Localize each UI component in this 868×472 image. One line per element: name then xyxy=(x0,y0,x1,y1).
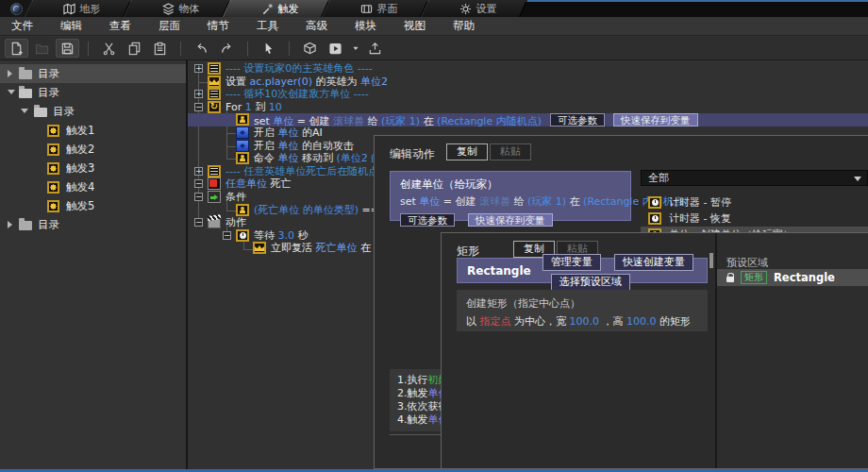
redo xyxy=(220,42,234,56)
menu-item-工具[interactable]: 工具 xyxy=(257,19,278,33)
upload-button[interactable] xyxy=(363,39,387,58)
manage-variables-button[interactable]: 管理变量 xyxy=(542,254,601,271)
collapse-icon[interactable]: − xyxy=(194,218,203,227)
variable-row[interactable]: Rectangle 管理变量 快速创建变量 选择预设区域 xyxy=(457,258,708,283)
collapse-icon[interactable]: − xyxy=(223,231,231,240)
description-title: 创建矩形（指定中心点） xyxy=(466,296,698,311)
action-code-line: set 单位 = 创建 滚球兽 给 (玩家 1) 在 (Rectangle 内随… xyxy=(400,194,621,209)
toolbar xyxy=(0,37,868,60)
action-filter-dropdown[interactable]: 全部 xyxy=(641,170,868,186)
tab-界面[interactable]: 界面 xyxy=(329,0,428,17)
collapse-icon[interactable]: − xyxy=(194,103,203,111)
menu-item-情节[interactable]: 情节 xyxy=(208,19,229,33)
new-file-button[interactable] xyxy=(5,39,28,58)
selected-action-panel[interactable]: 创建单位（给玩家） set 单位 = 创建 滚球兽 给 (玩家 1) 在 (Re… xyxy=(390,171,631,221)
action-list-item[interactable]: 计时器 - 暂停 xyxy=(641,194,868,211)
save-button[interactable] xyxy=(56,39,79,58)
menu-item-查看[interactable]: 查看 xyxy=(109,19,131,33)
undo-button[interactable] xyxy=(190,39,213,58)
optional-params-button[interactable]: 可选参数 xyxy=(400,213,455,227)
sidebar-folder-item[interactable]: 目录 xyxy=(0,102,186,121)
tree-row-text: For 1 到 10 xyxy=(225,101,282,114)
tab-地形[interactable]: 地形 xyxy=(32,0,131,17)
variable-name: Rectangle xyxy=(467,264,531,278)
wait-icon xyxy=(236,229,249,242)
paste-button[interactable]: 粘贴 xyxy=(490,143,531,160)
sidebar-folder-item[interactable]: 目录 xyxy=(0,215,186,234)
sidebar-item-label: 目录 xyxy=(38,67,59,81)
person-icon xyxy=(236,113,249,126)
tree-row[interactable]: +---- 循环10次创建敌方单位 ---- xyxy=(188,88,868,101)
tree-row[interactable]: −For 1 到 10 xyxy=(188,101,868,114)
preset-region-row[interactable]: 矩形 Rectangle xyxy=(717,269,868,286)
panel-divider[interactable] xyxy=(186,60,188,469)
tree-row-text: 开启 单位 的AI xyxy=(254,126,323,140)
caret-down-button[interactable] xyxy=(349,39,361,58)
tab-bar: 地形物体触发界面设置 xyxy=(0,0,868,17)
upload xyxy=(368,42,382,56)
expand-icon[interactable]: + xyxy=(194,90,203,98)
tree-row[interactable]: +---- 设置玩家0的主英雄角色 ---- xyxy=(188,62,868,76)
cut-button[interactable] xyxy=(97,39,121,58)
timer-icon xyxy=(648,196,661,209)
toolbar-separator xyxy=(289,42,290,56)
save xyxy=(60,42,75,56)
copy-button[interactable]: 复制 xyxy=(446,143,488,160)
ai-icon xyxy=(236,126,249,139)
sidebar-folder-item[interactable]: 目录 xyxy=(0,64,186,83)
redo-button[interactable] xyxy=(215,39,239,58)
tree-row[interactable]: 设置 ac.player(0) 的英雄为 单位2 xyxy=(188,76,868,89)
terrain-icon xyxy=(63,3,75,15)
folder-icon xyxy=(34,108,47,117)
action-list-item[interactable]: 计时器 - 恢复 xyxy=(641,211,868,227)
tab-触发[interactable]: 触发 xyxy=(230,0,329,17)
open-folder-button[interactable] xyxy=(30,39,54,58)
copy-button[interactable] xyxy=(123,39,146,58)
action-list-label: 计时器 - 暂停 xyxy=(669,195,731,210)
sidebar-trigger-item[interactable]: 触发4 xyxy=(0,177,186,196)
collapse-icon[interactable]: − xyxy=(194,179,203,188)
sidebar-trigger-item[interactable]: 触发1 xyxy=(0,121,186,140)
scrollbar-thumb[interactable] xyxy=(709,253,713,268)
quick-create-variable-button[interactable]: 快速创建变量 xyxy=(614,254,693,271)
menu-item-帮助[interactable]: 帮助 xyxy=(453,19,475,33)
sidebar-trigger-item[interactable]: 触发3 xyxy=(0,159,186,177)
menu-item-模块[interactable]: 模块 xyxy=(355,19,376,33)
tab-物体[interactable]: 物体 xyxy=(131,0,230,17)
expand-icon[interactable]: + xyxy=(194,64,203,73)
menu-item-视图[interactable]: 视图 xyxy=(404,19,426,33)
trigger-icon xyxy=(47,125,59,137)
rectangle-dialog: 矩形 复制 粘贴 Rectangle 管理变量 快速创建变量 选择预设区域 创建… xyxy=(441,232,868,469)
caret-right-icon[interactable] xyxy=(8,70,12,77)
menu-item-文件[interactable]: 文件 xyxy=(11,19,33,33)
play-button[interactable] xyxy=(324,39,347,58)
open-folder xyxy=(35,42,49,56)
caret-down-icon[interactable] xyxy=(8,90,15,94)
tab-content: 界面 xyxy=(329,0,428,17)
description-line: 以 指定点 为中心，宽 100.0 ，高 100.0 的矩形 xyxy=(466,314,698,329)
expand-icon[interactable]: + xyxy=(194,167,203,176)
collapse-icon[interactable]: − xyxy=(194,193,203,201)
quick-save-variable-button[interactable]: 快速保存到变量 xyxy=(468,213,553,227)
paste-button[interactable] xyxy=(148,39,172,58)
sidebar-trigger-item[interactable]: 触发5 xyxy=(0,196,186,215)
comment-icon xyxy=(208,62,221,75)
caret-down-icon[interactable] xyxy=(21,109,28,113)
comment-icon xyxy=(208,88,221,100)
menu-item-层面[interactable]: 层面 xyxy=(159,19,180,33)
quick-save-variable-button[interactable]: 快速保存到变量 xyxy=(613,113,698,126)
trigger-icon xyxy=(47,162,59,175)
optional-params-button[interactable]: 可选参数 xyxy=(550,113,605,126)
sidebar-trigger-item[interactable]: 触发2 xyxy=(0,140,186,159)
tab-label: 设置 xyxy=(476,2,497,16)
sidebar-folder-item[interactable]: 目录 xyxy=(0,83,186,102)
select-preset-region-button[interactable]: 选择预设区域 xyxy=(551,274,630,291)
menu-item-编辑[interactable]: 编辑 xyxy=(60,19,82,33)
caret-right-icon[interactable] xyxy=(8,221,12,228)
cube-button[interactable] xyxy=(298,39,322,58)
menu-item-高级[interactable]: 高级 xyxy=(306,19,327,33)
tab-设置[interactable]: 设置 xyxy=(428,0,527,17)
cursor-button[interactable] xyxy=(257,39,280,58)
sidebar-item-label: 触发4 xyxy=(66,180,94,194)
tree-row[interactable]: set 单位 = 创建 滚球兽 给 (玩家 1) 在 (Rectangle 内随… xyxy=(188,113,868,126)
